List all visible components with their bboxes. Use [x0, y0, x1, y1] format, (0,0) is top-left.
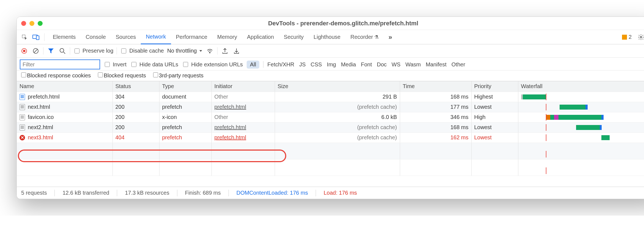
tab-console[interactable]: Console [81, 30, 111, 44]
titlebar: DevTools - prerender-demos.glitch.me/pre… [17, 17, 644, 30]
svg-rect-2 [36, 36, 39, 40]
col-name[interactable]: Name [17, 81, 112, 92]
hide-extension-urls-checkbox[interactable]: Hide extension URLs [182, 61, 243, 68]
filter-type-css[interactable]: CSS [310, 61, 322, 68]
filter-type-fetch-xhr[interactable]: Fetch/XHR [267, 61, 294, 68]
tab-application[interactable]: Application [242, 30, 279, 44]
record-button[interactable] [20, 47, 28, 55]
svg-rect-8 [23, 50, 25, 52]
network-table: Name Status Type Initiator Size Time Pri… [17, 81, 644, 187]
waterfall-bar [521, 104, 644, 110]
filter-type-all[interactable]: All [247, 61, 259, 69]
issues-flag-icon [622, 35, 627, 40]
filter-bar-2: Blocked response cookies Blocked request… [17, 70, 644, 81]
filter-type-ws[interactable]: WS [392, 61, 400, 68]
more-tabs-icon[interactable]: » [385, 32, 395, 42]
initiator-link[interactable]: prefetch.html [214, 134, 246, 140]
issues-count: 2 [629, 34, 632, 40]
col-status[interactable]: Status [112, 81, 159, 92]
tab-sources[interactable]: Sources [111, 30, 141, 44]
status-requests: 5 requests [21, 190, 47, 196]
network-conditions-icon[interactable] [206, 47, 214, 55]
tab-performance[interactable]: Performance [171, 30, 213, 44]
filter-icon[interactable] [47, 47, 55, 55]
tab-elements[interactable]: Elements [48, 30, 81, 44]
table-row[interactable]: prefetch.html304documentOther291 B168 ms… [17, 92, 644, 102]
issues-button[interactable]: 2 [619, 34, 634, 40]
filter-bar: Invert Hide data URLs Hide extension URL… [17, 58, 644, 70]
status-transferred: 12.6 kB transferred [62, 190, 109, 196]
preserve-log-checkbox[interactable]: Preserve log [73, 48, 113, 54]
filter-type-other[interactable]: Other [452, 61, 465, 68]
disable-cache-checkbox[interactable]: Disable cache [120, 48, 164, 54]
status-dcl: DOMContentLoaded: 176 ms [236, 190, 308, 196]
filter-type-font[interactable]: Font [361, 61, 372, 68]
svg-point-11 [60, 48, 64, 52]
minimize-window[interactable] [29, 21, 34, 26]
col-waterfall[interactable]: Waterfall ▴ [518, 81, 644, 92]
filter-input[interactable] [20, 60, 100, 69]
col-type[interactable]: Type [159, 81, 211, 92]
inspect-icon[interactable] [20, 32, 29, 42]
filter-type-img[interactable]: Img [327, 61, 336, 68]
clear-button[interactable] [32, 47, 40, 55]
tab-memory[interactable]: Memory [212, 30, 242, 44]
col-initiator[interactable]: Initiator [211, 81, 275, 92]
table-row-empty [17, 143, 644, 159]
request-name: next3.html [28, 134, 53, 141]
close-window[interactable] [21, 21, 26, 26]
device-toggle-icon[interactable] [31, 32, 41, 42]
waterfall-bar [521, 134, 644, 141]
tab-lighthouse[interactable]: Lighthouse [309, 30, 345, 44]
devtools-window: DevTools - prerender-demos.glitch.me/pre… [16, 17, 644, 199]
table-row-empty [17, 159, 644, 176]
table-row[interactable]: next2.html200prefetchprefetch.html(prefe… [17, 122, 644, 132]
filter-type-doc[interactable]: Doc [377, 61, 387, 68]
waterfall-bar [521, 114, 644, 121]
filter-type-manifest[interactable]: Manifest [426, 61, 447, 68]
svg-point-3 [640, 36, 642, 38]
throttling-select[interactable]: No throttling [167, 48, 202, 54]
filter-type-js[interactable]: JS [299, 61, 306, 68]
initiator-link[interactable]: prefetch.html [214, 104, 246, 110]
window-title: DevTools - prerender-demos.glitch.me/pre… [47, 20, 639, 27]
table-row[interactable]: favicon.ico200x-iconOther6.0 kB346 msHig… [17, 112, 644, 122]
export-har-icon[interactable] [232, 47, 241, 55]
window-controls [21, 21, 43, 26]
col-priority[interactable]: Priority [471, 81, 518, 92]
svg-line-12 [64, 52, 65, 54]
filter-type-wasm[interactable]: Wasm [405, 61, 421, 68]
panel-tabs: ElementsConsoleSourcesNetworkPerformance… [17, 30, 644, 44]
initiator-link[interactable]: prefetch.html [214, 124, 246, 130]
status-finish: Finish: 689 ms [185, 190, 221, 196]
error-icon: ✕ [20, 135, 25, 140]
request-name: prefetch.html [28, 94, 60, 100]
tab-security[interactable]: Security [279, 30, 309, 44]
blocked-cookies-checkbox[interactable]: Blocked response cookies [20, 72, 91, 79]
file-icon [20, 114, 25, 120]
col-time[interactable]: Time [400, 81, 471, 92]
table-row[interactable]: next.html200prefetchprefetch.html(prefet… [17, 102, 644, 112]
blocked-requests-checkbox[interactable]: Blocked requests [97, 72, 146, 79]
tab-recorder[interactable]: Recorder⚗ [345, 30, 384, 44]
document-icon [20, 94, 25, 100]
import-har-icon[interactable] [221, 47, 229, 55]
hide-data-urls-checkbox[interactable]: Hide data URLs [130, 61, 178, 68]
maximize-window[interactable] [38, 21, 43, 26]
status-resources: 17.3 kB resources [125, 190, 169, 196]
svg-point-13 [209, 52, 210, 53]
file-icon [20, 124, 25, 131]
table-header: Name Status Type Initiator Size Time Pri… [17, 81, 644, 92]
col-size[interactable]: Size [275, 81, 400, 92]
request-name: next2.html [28, 124, 53, 131]
waterfall-bar [521, 124, 644, 131]
third-party-checkbox[interactable]: 3rd-party requests [152, 72, 203, 79]
invert-checkbox[interactable]: Invert [104, 61, 126, 68]
network-toolbar: Preserve log Disable cache No throttling [17, 44, 644, 58]
settings-icon[interactable] [636, 32, 644, 42]
filter-type-media[interactable]: Media [341, 61, 356, 68]
table-row[interactable]: ✕next3.html404prefetchprefetch.html(pref… [17, 132, 644, 143]
request-name: favicon.ico [28, 114, 54, 120]
search-icon[interactable] [58, 47, 67, 55]
tab-network[interactable]: Network [141, 30, 171, 44]
